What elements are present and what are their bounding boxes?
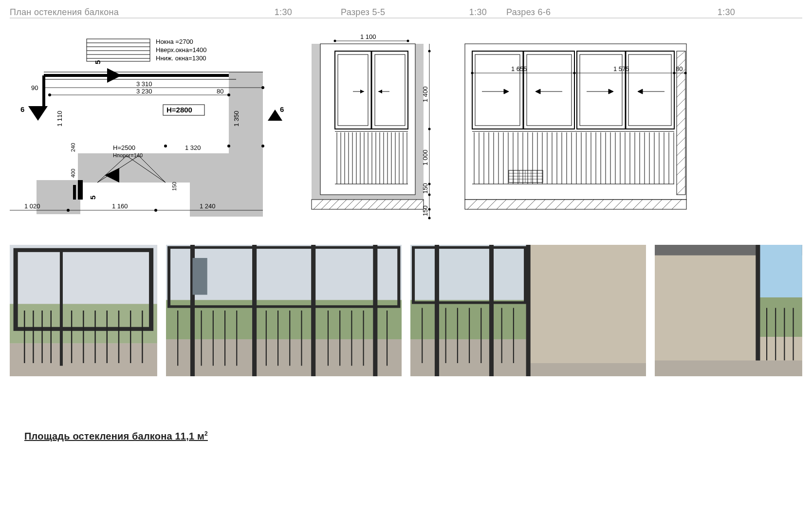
svg-rect-253 (758, 245, 802, 297)
mark6-left: 6 (20, 105, 24, 113)
dim-400: 400 (70, 169, 76, 178)
photo-1 (10, 245, 157, 376)
h-nizh: Hниж. окна=1300 (156, 55, 206, 62)
s5-1000: 1 000 (422, 149, 429, 165)
svg-point-78 (428, 128, 431, 130)
svg-rect-1 (78, 153, 263, 183)
dim-90: 90 (31, 84, 38, 92)
sec5-scale: 1:30 (469, 7, 487, 18)
svg-marker-10 (107, 68, 122, 83)
s5-150b: 150 (422, 205, 429, 216)
svg-point-82 (428, 217, 431, 220)
svg-rect-14 (78, 180, 83, 200)
svg-rect-15 (73, 185, 76, 200)
svg-point-20 (42, 86, 45, 89)
dim-80: 80 (217, 88, 223, 95)
sec6-scale: 1:30 (718, 7, 735, 18)
svg-point-24 (227, 145, 230, 147)
svg-rect-197 (10, 245, 157, 304)
svg-rect-239 (528, 245, 646, 363)
svg-point-193 (471, 72, 474, 74)
dim-1350: 1 350 (233, 110, 240, 127)
svg-rect-3 (190, 183, 263, 217)
h-porog: Hпорог=140 (113, 152, 143, 158)
section-6-6: text{font-family:Arial;font-size:13px}.f… (462, 29, 696, 224)
svg-point-75 (407, 40, 409, 42)
svg-point-195 (673, 72, 676, 74)
svg-point-28 (261, 145, 264, 147)
s6-1655: 1 655 (511, 65, 527, 73)
svg-point-23 (227, 93, 230, 96)
svg-rect-4 (87, 39, 150, 61)
photo-strip (10, 245, 802, 376)
svg-rect-236 (410, 245, 528, 300)
mark5-top: 5 (93, 60, 102, 64)
svg-point-77 (428, 50, 431, 53)
dim-3230: 3 230 (136, 88, 152, 95)
svg-point-27 (154, 209, 157, 212)
photo-3 (410, 245, 646, 376)
svg-rect-58 (312, 200, 424, 209)
svg-point-22 (48, 93, 51, 96)
svg-rect-254 (758, 297, 802, 337)
svg-point-25 (164, 145, 167, 147)
svg-marker-12 (28, 106, 48, 121)
svg-rect-153 (677, 51, 685, 195)
dim-1020: 1 020 (24, 202, 40, 210)
s5-150a: 150 (422, 183, 429, 194)
dim-1320: 1 320 (185, 144, 201, 151)
svg-point-26 (67, 209, 70, 212)
svg-rect-235 (192, 258, 207, 295)
s6-80: 80 (676, 65, 683, 73)
h-verh: Hверх.окна=1400 (156, 46, 206, 54)
section-5-5: text{font-family:Arial;font-size:13px}.d… (307, 29, 448, 224)
photo-2 (166, 245, 402, 376)
h-okna: Hокна =2700 (156, 38, 193, 45)
svg-point-21 (261, 86, 264, 89)
photo-4 (655, 245, 802, 376)
dim-1110: 1 110 (56, 110, 63, 127)
h-2800: H=2800 (166, 106, 192, 114)
mark6-right: 6 (280, 105, 284, 113)
h-2500: H=2500 (113, 144, 135, 151)
s6-1575: 1 575 (613, 65, 629, 73)
dim-1240: 1 240 (200, 202, 216, 210)
svg-point-196 (684, 72, 687, 74)
dim-150: 150 (171, 182, 177, 191)
glazing-area-label: Площадь остекления балкона 11,1 м2 (24, 430, 208, 442)
dim-240: 240 (70, 143, 76, 152)
sec5-title: Разрез 5-5 (341, 7, 385, 18)
mark5-bot: 5 (89, 196, 97, 200)
plan-title: План остекления балкона (10, 7, 119, 18)
svg-point-74 (334, 40, 336, 42)
s5-1100: 1 100 (360, 33, 376, 40)
dim-3310: 3 310 (136, 80, 152, 88)
plan-drawing: .wall{fill:#c2c2c2} .thin{stroke:#000;st… (10, 29, 292, 224)
sec6-title: Разрез 6-6 (506, 7, 551, 18)
dim-1160: 1 160 (112, 202, 128, 210)
plan-scale: 1:30 (275, 7, 292, 18)
drawing-headers: План остекления балкона1:30 Разрез 5-51:… (10, 0, 802, 18)
svg-point-194 (573, 72, 576, 74)
svg-rect-260 (655, 361, 802, 376)
s5-1400: 1 400 (422, 86, 429, 102)
